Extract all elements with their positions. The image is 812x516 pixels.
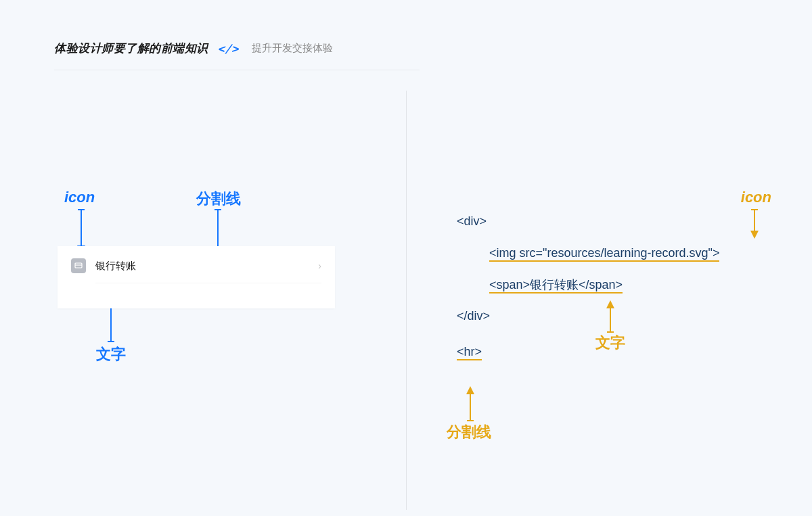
page-header: 体验设计师要了解的前端知识 </> 提升开发交接体验: [0, 0, 812, 70]
left-panel: icon 分割线 文字: [0, 91, 406, 496]
code-line: <img src="resources/learning-record.svg"…: [457, 237, 719, 269]
item-divider: [95, 283, 321, 283]
right-panel: icon 文字 分割线 <div> <img src="resources/le…: [406, 91, 812, 496]
list-item-card: 银行转账 ›: [58, 246, 335, 308]
list-item-row[interactable]: 银行转账 ›: [58, 246, 335, 283]
code-block: <div> <img src="resources/learning-recor…: [457, 206, 719, 368]
label-icon: icon: [64, 189, 95, 206]
label-divider: 分割线: [196, 189, 241, 209]
svg-marker-12: [750, 231, 759, 239]
arrow-down-icon: [750, 209, 759, 239]
list-item-label: 银行转账: [95, 260, 136, 273]
label-icon-right: icon: [741, 189, 771, 206]
page-title: 体验设计师要了解的前端知识: [54, 41, 208, 56]
code-line: <hr>: [457, 336, 719, 368]
code-line: <div>: [457, 206, 719, 237]
label-text: 文字: [96, 344, 126, 365]
header-divider: [54, 70, 420, 70]
code-line: <span>银行转账</span>: [457, 269, 719, 301]
code-span-line: <span>银行转账</span>: [489, 278, 623, 294]
code-line: </div>: [457, 300, 719, 332]
chevron-right-icon: ›: [318, 260, 321, 271]
page-subtitle: 提升开发交接体验: [252, 42, 333, 55]
code-hr-line: <hr>: [457, 345, 482, 360]
content-area: icon 分割线 文字: [0, 91, 812, 496]
bank-transfer-icon: [71, 258, 86, 273]
code-img-line: <img src="resources/learning-record.svg"…: [489, 246, 719, 262]
arrow-up-icon: [466, 386, 475, 421]
label-divider-right: 分割线: [447, 422, 491, 442]
code-bracket-icon: </>: [218, 42, 239, 55]
svg-marker-18: [466, 386, 474, 394]
